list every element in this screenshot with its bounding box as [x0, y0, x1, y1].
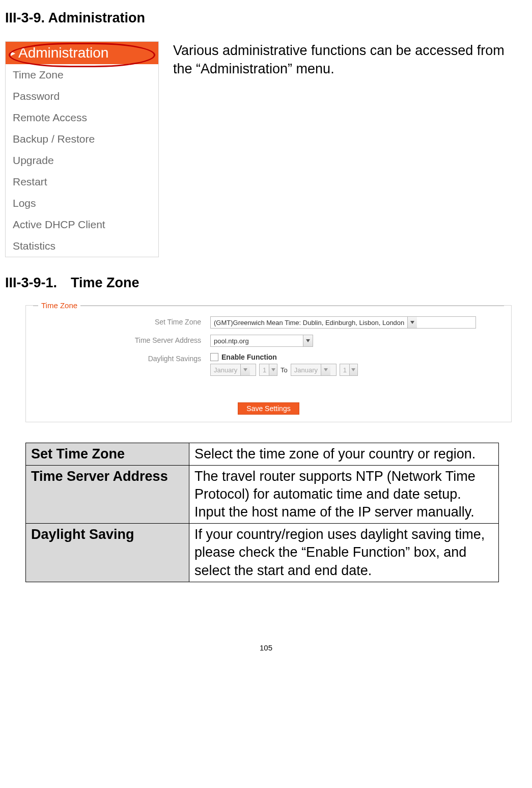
admin-menu-item[interactable]: Logs [6, 193, 158, 214]
section-heading: III-3-9. Administration [5, 10, 527, 26]
chevron-down-icon [269, 364, 277, 375]
admin-menu-header[interactable]: ▸ Administration [6, 42, 158, 64]
admin-menu-item[interactable]: Upgrade [6, 150, 158, 171]
table-key: Set Time Zone [26, 443, 189, 466]
time-server-address-label: Time Server Address [38, 335, 210, 344]
enable-function-checkbox[interactable] [210, 353, 218, 361]
table-row: Time Server Address The travel router su… [26, 466, 499, 524]
table-value: The travel router supports NTP (Network … [189, 466, 499, 524]
ds-to-day-value: 1 [340, 366, 349, 374]
table-value: If your country/region uses daylight sav… [189, 524, 499, 582]
description-table: Set Time Zone Select the time zone of yo… [25, 443, 499, 582]
ds-from-month-select[interactable]: January [210, 364, 256, 376]
ds-from-month-value: January [211, 366, 240, 374]
daylight-savings-label: Daylight Savings [38, 353, 210, 363]
chevron-down-icon [321, 364, 330, 375]
table-row: Daylight Saving If your country/region u… [26, 524, 499, 582]
intro-paragraph: Various administrative functions can be … [173, 41, 527, 257]
page-number: 105 [5, 643, 527, 652]
subsection-heading: III-3-9-1. Time Zone [5, 275, 527, 291]
time-zone-legend: Time Zone [38, 301, 80, 310]
table-key: Daylight Saving [26, 524, 189, 582]
ds-from-day-value: 1 [260, 366, 269, 374]
admin-menu-item[interactable]: Statistics [6, 235, 158, 257]
time-server-input[interactable]: pool.ntp.org [210, 335, 313, 347]
save-settings-button[interactable]: Save Settings [238, 402, 299, 415]
time-zone-select[interactable]: (GMT)Greenwich Mean Time: Dublin, Edinbu… [210, 316, 476, 329]
admin-menu-item[interactable]: Time Zone [6, 64, 158, 86]
time-zone-select-value: (GMT)Greenwich Mean Time: Dublin, Edinbu… [211, 319, 407, 327]
ds-to-label: To [281, 366, 288, 374]
admin-menu-item[interactable]: Password [6, 86, 158, 107]
admin-menu-item[interactable]: Remote Access [6, 107, 158, 128]
chevron-down-icon [407, 317, 417, 328]
admin-menu-item[interactable]: Active DHCP Client [6, 214, 158, 235]
chevron-down-icon [349, 364, 357, 375]
chevron-right-icon: ▸ [11, 48, 15, 58]
chevron-down-icon [303, 335, 313, 346]
enable-function-label: Enable Function [221, 353, 277, 361]
ds-to-month-select[interactable]: January [291, 364, 337, 376]
time-zone-panel: Time Zone Set Time Zone (GMT)Greenwich M… [25, 305, 512, 422]
set-time-zone-label: Set Time Zone [38, 316, 210, 326]
table-value: Select the time zone of your country or … [189, 443, 499, 466]
admin-menu-header-label: Administration [18, 45, 108, 61]
admin-menu: ▸ Administration Time Zone Password Remo… [5, 41, 159, 257]
table-row: Set Time Zone Select the time zone of yo… [26, 443, 499, 466]
table-key: Time Server Address [26, 466, 189, 524]
time-server-input-value: pool.ntp.org [211, 337, 303, 345]
ds-to-day-select[interactable]: 1 [340, 364, 358, 376]
ds-to-month-value: January [291, 366, 321, 374]
admin-menu-item[interactable]: Restart [6, 171, 158, 193]
chevron-down-icon [240, 364, 250, 375]
ds-from-day-select[interactable]: 1 [259, 364, 277, 376]
admin-menu-item[interactable]: Backup / Restore [6, 128, 158, 150]
